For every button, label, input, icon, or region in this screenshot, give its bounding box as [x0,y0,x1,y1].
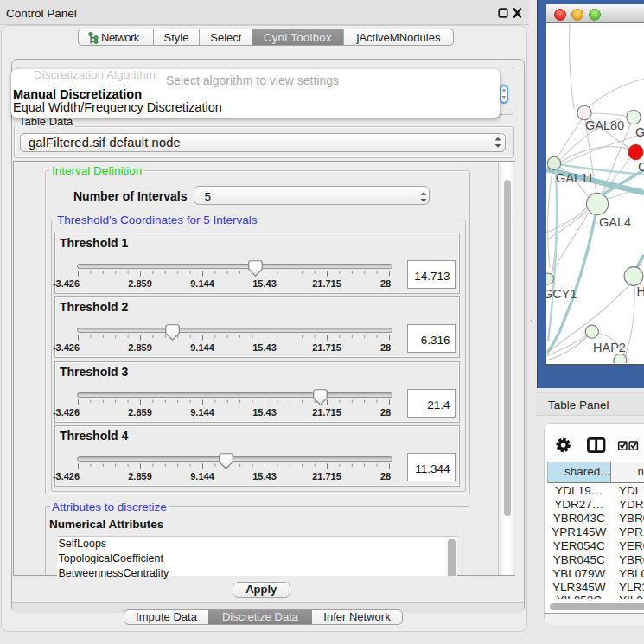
svg-text:GCY1: GCY1 [546,287,577,301]
svg-text:H: H [637,284,644,298]
svg-text:GAL80: GAL80 [585,118,624,132]
svg-text:GAL4: GAL4 [599,215,631,229]
svg-text:GA: GA [635,125,644,139]
svg-text:HAP2: HAP2 [593,341,626,354]
svg-text:GAL11: GAL11 [556,171,594,185]
svg-text:C: C [638,160,644,174]
